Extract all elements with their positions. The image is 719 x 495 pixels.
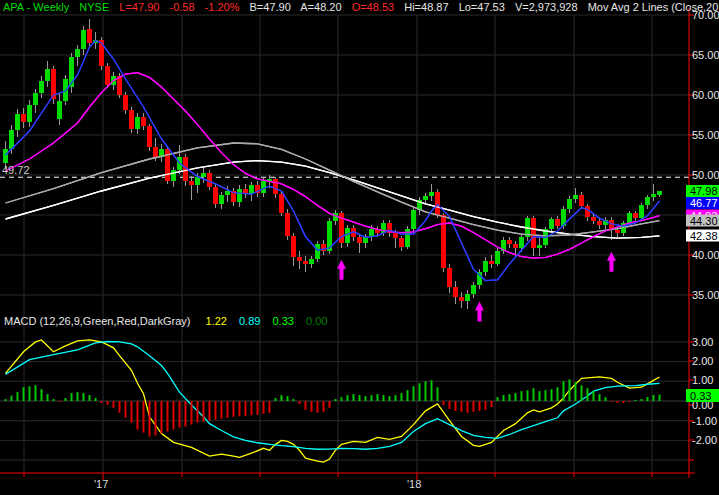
volume: V=2,973,928	[515, 1, 578, 13]
ma-20-magenta	[6, 73, 660, 259]
up-arrow-marker	[475, 301, 484, 321]
price-macd-chart[interactable]: 70.0065.0060.0055.0050.0040.0035.003.002…	[0, 0, 719, 495]
macd-study-label: MACD (12,26,9,Green,Red,DarkGray)	[4, 315, 190, 327]
svg-text:60.00: 60.00	[692, 89, 719, 101]
low-price: Lo=47.53	[459, 1, 505, 13]
svg-text:3.00: 3.00	[692, 336, 713, 348]
svg-text:2.00: 2.00	[692, 355, 713, 367]
year-label-17: '17	[94, 478, 108, 490]
ma-20-magenta	[6, 73, 660, 259]
exchange-label: NYSE	[79, 1, 109, 13]
macd-value: 1.22	[206, 315, 227, 327]
candles	[3, 19, 662, 309]
study-title: Mov Avg 2 Lines (Close,20,4	[588, 1, 719, 13]
svg-text:40.00: 40.00	[692, 249, 719, 261]
quote-header: APA - Weekly NYSE L=47.90 -0.58 -1.20% B…	[3, 0, 719, 14]
bid-price: B=47.90	[250, 1, 291, 13]
hist-value: 0.33	[272, 315, 293, 327]
last-price: L=47.90	[119, 1, 159, 13]
ma-fast-blue	[6, 41, 660, 281]
svg-text:-1.00: -1.00	[692, 415, 717, 427]
ask-price: A=48.20	[300, 1, 341, 13]
svg-text:47.98: 47.98	[690, 185, 718, 197]
svg-text:65.00: 65.00	[692, 49, 719, 61]
svg-text:1.00: 1.00	[692, 374, 713, 386]
zero-value: 0.00	[306, 315, 327, 327]
svg-text:50.00: 50.00	[692, 169, 719, 181]
signal-value: 0.89	[239, 315, 260, 327]
high-price: Hi=48.87	[404, 1, 448, 13]
pct-change: -1.20%	[205, 1, 240, 13]
svg-text:0.33: 0.33	[690, 390, 711, 402]
svg-text:35.00: 35.00	[692, 289, 719, 301]
macd-histogram	[6, 379, 660, 436]
svg-text:46.77: 46.77	[690, 197, 718, 209]
svg-text:55.00: 55.00	[692, 129, 719, 141]
svg-text:44.30: 44.30	[690, 215, 718, 227]
hline-price-label: 49.72	[2, 164, 30, 176]
svg-text:-2.00: -2.00	[692, 434, 717, 446]
net-change: -0.58	[169, 1, 194, 13]
symbol-title: APA - Weekly	[3, 1, 69, 13]
chart-window: 70.0065.0060.0055.0050.0040.0035.003.002…	[0, 0, 719, 495]
signal-line	[6, 342, 660, 450]
open-price: O=48.53	[352, 1, 395, 13]
svg-text:42.38: 42.38	[690, 230, 718, 242]
year-label-18: '18	[407, 478, 421, 490]
macd-header: MACD (12,26,9,Green,Red,DarkGray) 1.22 0…	[4, 315, 327, 327]
